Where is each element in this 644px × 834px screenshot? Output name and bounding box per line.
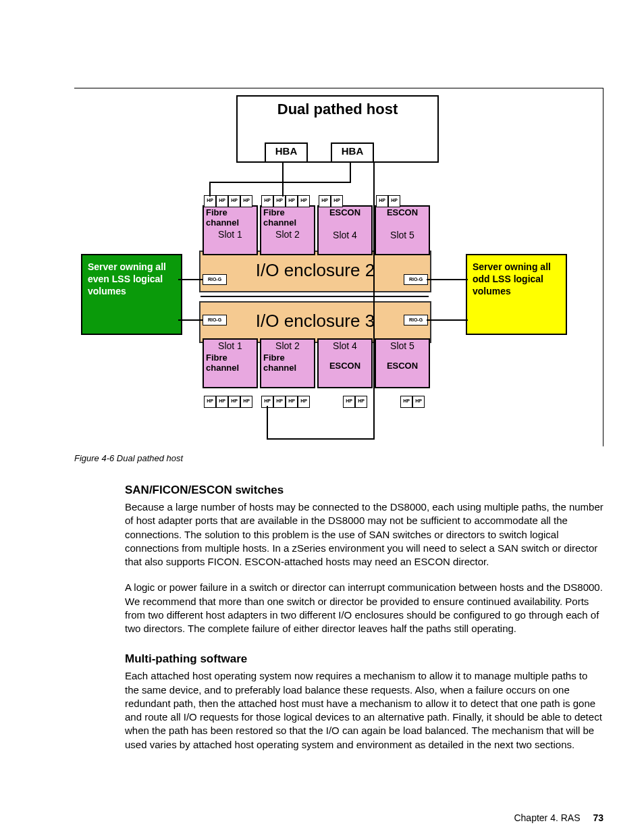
connector — [350, 161, 351, 182]
server-odd-label: Server owning all odd LSS logical volume… — [473, 261, 560, 298]
slot-top-4: ESCON Slot 4 — [317, 205, 373, 255]
rio-g: RIO-G — [404, 274, 428, 285]
slot-bottom-1: Slot 1 Fibre channel — [203, 338, 258, 388]
footer-page-number: 73 — [593, 812, 603, 823]
rio-g: RIO-G — [203, 315, 227, 325]
hp-row: HPHPHPHP — [261, 396, 310, 408]
connector — [178, 279, 203, 280]
slot-bottom-4: Slot 4 ESCON — [317, 338, 373, 388]
hp-row: HPHPHPHP — [204, 396, 252, 408]
body-paragraph: Because a large number of hosts may be c… — [125, 500, 603, 569]
hp-row: HPHP — [400, 396, 425, 408]
enclosure-3-label: I/O enclosure 3 — [256, 311, 375, 331]
server-even-box: Server owning all even LSS logical volum… — [81, 254, 182, 335]
slot-top-2: Fibre channel Slot 2 — [260, 205, 315, 255]
figure-caption: Figure 4-6 Dual pathed host — [74, 453, 603, 463]
rio-g: RIO-G — [404, 315, 428, 325]
body-paragraph: Each attached host operating system now … — [125, 669, 603, 752]
hp-row: HPHP — [343, 396, 367, 408]
connector — [209, 182, 211, 197]
connector — [200, 296, 429, 297]
hba-right: HBA — [331, 142, 374, 163]
hp-row: HPHP — [376, 195, 400, 207]
connector — [267, 406, 268, 440]
connector — [178, 319, 203, 321]
hp-row: HPHPHPHP — [261, 195, 310, 207]
connector — [282, 161, 284, 197]
slot-top-5: ESCON Slot 5 — [375, 205, 430, 255]
hp-row: HPHPHPHP — [204, 195, 252, 207]
page-footer: Chapter 4. RAS 73 — [0, 812, 644, 823]
connector — [427, 279, 468, 280]
slot-bottom-5: Slot 5 ESCON — [375, 338, 430, 388]
connector — [373, 161, 375, 440]
hp-row: HPHP — [319, 195, 343, 207]
figure-diagram: Dual pathed host HBA HBA I/O enclosure 2… — [74, 88, 603, 446]
connector — [427, 319, 468, 321]
server-even-label: Server owning all even LSS logical volum… — [88, 261, 176, 298]
enclosure-2: I/O enclosure 2 — [199, 251, 431, 292]
slot-top-1: Fibre channel Slot 1 — [203, 205, 258, 255]
connector — [209, 182, 351, 183]
rio-g: RIO-G — [203, 274, 227, 285]
slot-bottom-2: Slot 2 Fibre channel — [260, 338, 315, 388]
body-paragraph: A logic or power failure in a switch or … — [125, 581, 603, 635]
footer-chapter: Chapter 4. RAS — [514, 812, 580, 823]
section-title-san: SAN/FICON/ESCON switches — [125, 484, 603, 497]
connector — [267, 438, 375, 440]
hba-left: HBA — [265, 142, 308, 163]
enclosure-2-label: I/O enclosure 2 — [256, 260, 375, 280]
enclosure-3: I/O enclosure 3 — [199, 301, 431, 343]
host-box: Dual pathed host HBA HBA — [236, 95, 439, 163]
host-title: Dual pathed host — [238, 101, 437, 118]
section-title-multipath: Multi-pathing software — [125, 652, 603, 666]
server-odd-box: Server owning all odd LSS logical volume… — [466, 254, 567, 335]
